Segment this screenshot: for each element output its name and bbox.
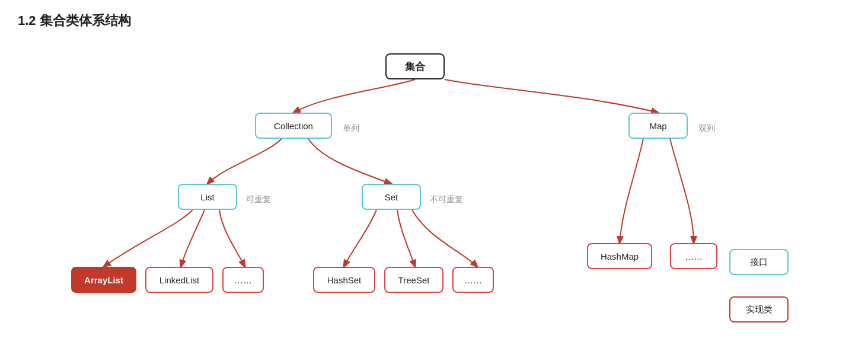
label-single: 单列 [343, 123, 359, 134]
label-repeatable: 可重复 [246, 194, 271, 205]
node-list-etc: …… [222, 267, 264, 293]
label-double: 双列 [698, 123, 715, 134]
page-container: 1.2 集合类体系结构 [0, 0, 868, 364]
diagram-area: 集合 Collection 单列 Map 双列 List 可重复 Set 不可重… [18, 41, 850, 362]
node-list: List [178, 184, 237, 210]
node-set: Set [362, 184, 421, 210]
legend-interface: 接口 [729, 249, 789, 275]
node-treeset: TreeSet [384, 267, 443, 293]
node-arraylist: ArrayList [71, 267, 136, 293]
node-hashset: HashSet [313, 267, 375, 293]
node-map-etc: …… [670, 243, 717, 269]
page-title: 1.2 集合类体系结构 [18, 12, 850, 30]
legend-impl: 实现类 [729, 296, 789, 323]
node-set-etc: …… [452, 267, 494, 293]
node-hashmap: HashMap [587, 243, 652, 269]
node-linkedlist: LinkedList [145, 267, 213, 293]
node-collection: Collection [255, 113, 332, 139]
label-no-repeat: 不可重复 [430, 194, 463, 205]
node-map: Map [628, 113, 688, 139]
node-root: 集合 [385, 53, 445, 79]
